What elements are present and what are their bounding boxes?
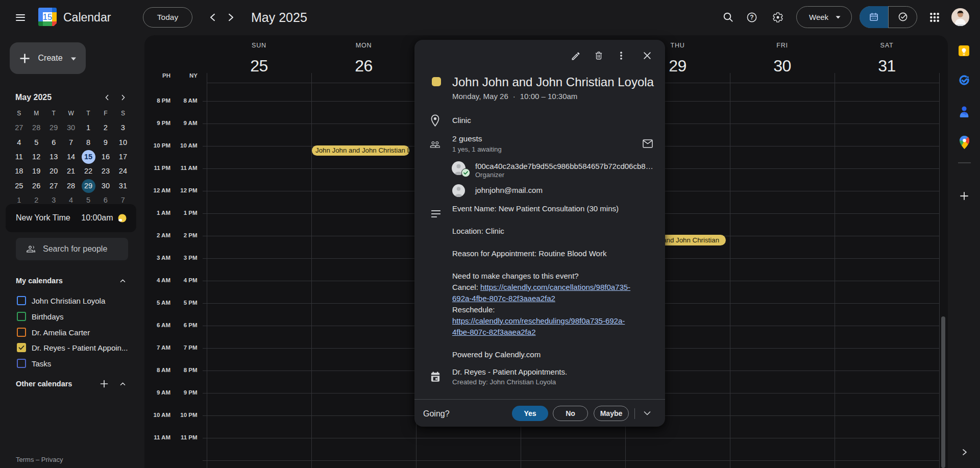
svg-text:15: 15 [43,12,52,21]
svg-text:?: ? [750,14,753,21]
